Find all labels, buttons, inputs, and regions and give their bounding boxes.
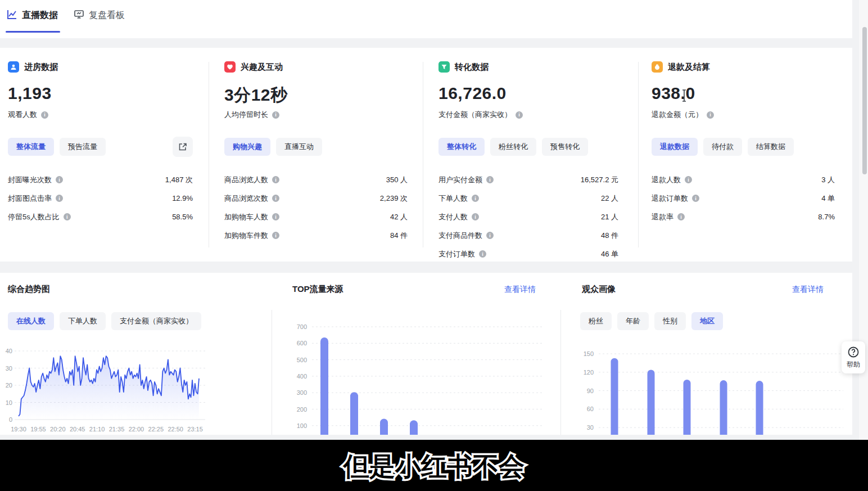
chip-fan-conversion[interactable]: 粉丝转化 bbox=[490, 138, 536, 156]
info-icon[interactable] bbox=[272, 176, 279, 183]
card-room-entry: 进房数据 1,193 观看人数 整体流量 预告流量 封面曝光次数 1,487 次… bbox=[0, 48, 209, 262]
bar bbox=[648, 370, 655, 435]
top-tab-bar: 直播数据 复盘看板 bbox=[0, 0, 852, 38]
info-icon[interactable] bbox=[272, 111, 279, 119]
card-title: 转化数据 bbox=[455, 62, 489, 73]
tab-live-data[interactable]: 直播数据 bbox=[7, 9, 58, 22]
chip-pending-payment[interactable]: 待付款 bbox=[703, 138, 742, 156]
bar bbox=[320, 337, 328, 435]
trend-chart-svg: 40302010019:3019:5520:2020:4521:1021:352… bbox=[0, 344, 214, 435]
x-tick-label: 20:45 bbox=[70, 426, 85, 433]
metric-row: 支付人数 21 人 bbox=[438, 208, 618, 226]
metric-label: 观看人数 bbox=[8, 110, 37, 120]
info-icon[interactable] bbox=[677, 213, 685, 220]
tab-label: 直播数据 bbox=[22, 10, 58, 21]
metric-row: 封面曝光次数 1,487 次 bbox=[8, 170, 193, 189]
chip-order-users[interactable]: 下单人数 bbox=[60, 312, 106, 330]
info-icon[interactable] bbox=[472, 213, 479, 220]
chip-payment-amount[interactable]: 支付金额（商家实收） bbox=[111, 312, 201, 330]
y-tick-label: 10 bbox=[6, 399, 12, 406]
info-icon[interactable] bbox=[707, 111, 714, 119]
chip-age[interactable]: 年龄 bbox=[617, 312, 649, 330]
metric-row: 停留5s人数占比 58.5% bbox=[8, 208, 193, 226]
scrollbar-thumb[interactable] bbox=[862, 27, 867, 174]
chip-region[interactable]: 地区 bbox=[691, 312, 723, 330]
y-tick-label: 30 bbox=[6, 365, 12, 372]
chip-overall-traffic[interactable]: 整体流量 bbox=[8, 138, 54, 156]
help-button[interactable]: 帮助 bbox=[842, 341, 865, 373]
x-tick-label: 22:50 bbox=[168, 426, 183, 433]
chip-online-users[interactable]: 在线人数 bbox=[8, 312, 54, 330]
divider bbox=[560, 310, 561, 435]
info-icon[interactable] bbox=[56, 195, 63, 202]
metric-row: 支付订单数 46 单 bbox=[438, 245, 618, 263]
presentation-icon bbox=[74, 9, 84, 22]
bar bbox=[350, 392, 358, 435]
y-tick-label: 0 bbox=[9, 416, 12, 423]
trend-line-chart[interactable]: 40302010019:3019:5520:2020:4521:1021:352… bbox=[0, 344, 214, 435]
info-icon[interactable] bbox=[472, 195, 479, 202]
question-circle-icon bbox=[847, 346, 860, 358]
info-icon[interactable] bbox=[272, 232, 279, 239]
divider bbox=[272, 310, 272, 435]
x-tick-label: 22:25 bbox=[148, 426, 164, 433]
chip-live-interaction[interactable]: 直播互动 bbox=[276, 138, 322, 156]
big-value: 1,193 bbox=[8, 84, 193, 105]
help-label: 帮助 bbox=[847, 360, 860, 370]
y-tick-label: 500 bbox=[297, 357, 307, 363]
y-tick-label: 400 bbox=[297, 373, 307, 380]
chip-fans[interactable]: 粉丝 bbox=[580, 312, 612, 330]
chip-settlement-data[interactable]: 结算数据 bbox=[748, 138, 794, 156]
external-link-button[interactable] bbox=[173, 137, 193, 157]
traffic-section-title: TOP流量来源 bbox=[292, 284, 343, 295]
chip-overall-conversion[interactable]: 整体转化 bbox=[438, 138, 485, 156]
chip-shopping-interest[interactable]: 购物兴趣 bbox=[224, 138, 270, 156]
audience-bar-chart[interactable]: 150120906030 bbox=[568, 332, 852, 435]
heart-icon bbox=[224, 61, 236, 73]
chip-gender[interactable]: 性别 bbox=[654, 312, 686, 330]
y-tick-label: 120 bbox=[584, 369, 594, 376]
external-link-icon bbox=[178, 142, 187, 151]
tab-review-board[interactable]: 复盘看板 bbox=[74, 9, 125, 22]
y-tick-label: 200 bbox=[297, 406, 307, 413]
info-icon[interactable] bbox=[479, 250, 486, 258]
card-conversion: 转化数据 16,726.0 支付金额（商家实收） 整体转化 粉丝转化 预售转化 … bbox=[423, 48, 638, 262]
metric-row: 商品浏览次数 2,239 次 bbox=[224, 189, 408, 208]
x-tick-label: 21:35 bbox=[109, 426, 125, 433]
metric-row: 下单人数 22 人 bbox=[438, 189, 618, 208]
y-tick-label: 60 bbox=[587, 406, 594, 412]
card-interest-interaction: 兴趣及互动 3分12秒 人均停留时长 购物兴趣 直播互动 商品浏览人数 350 … bbox=[209, 48, 423, 262]
chip-preview-traffic[interactable]: 预告流量 bbox=[60, 138, 106, 156]
y-tick-label: 20 bbox=[6, 382, 12, 389]
info-icon[interactable] bbox=[486, 176, 494, 183]
metric-row: 退款人数 3 人 bbox=[652, 170, 835, 189]
y-tick-label: 600 bbox=[297, 340, 307, 346]
y-tick-label: 30 bbox=[587, 424, 594, 431]
text-cursor bbox=[681, 87, 688, 106]
x-tick-label: 19:30 bbox=[11, 426, 26, 433]
x-tick-label: 21:10 bbox=[89, 426, 105, 433]
info-icon[interactable] bbox=[486, 232, 494, 239]
funnel-icon bbox=[438, 61, 450, 73]
y-tick-label: 150 bbox=[584, 350, 594, 357]
y-tick-label: 100 bbox=[297, 422, 307, 429]
active-tab-underline bbox=[6, 31, 60, 33]
info-icon[interactable] bbox=[41, 111, 48, 119]
info-icon[interactable] bbox=[692, 195, 699, 202]
chip-presale-conversion[interactable]: 预售转化 bbox=[542, 138, 588, 156]
metric-row: 商品浏览人数 350 人 bbox=[224, 170, 408, 189]
info-icon[interactable] bbox=[516, 111, 523, 119]
audience-section-title: 观众画像 bbox=[582, 284, 616, 295]
traffic-bar-chart[interactable]: 700600500400300200100 bbox=[279, 319, 560, 435]
info-icon[interactable] bbox=[64, 213, 71, 220]
metric-row: 加购物车件数 84 件 bbox=[224, 226, 408, 245]
bar bbox=[684, 380, 691, 435]
traffic-detail-link[interactable]: 查看详情 bbox=[504, 285, 536, 295]
info-icon[interactable] bbox=[272, 195, 279, 202]
chip-refund-data[interactable]: 退款数据 bbox=[652, 138, 698, 156]
info-icon[interactable] bbox=[685, 176, 692, 183]
x-tick-label: 19:55 bbox=[30, 426, 46, 433]
audience-detail-link[interactable]: 查看详情 bbox=[792, 285, 824, 295]
info-icon[interactable] bbox=[272, 213, 279, 220]
info-icon[interactable] bbox=[56, 176, 63, 183]
